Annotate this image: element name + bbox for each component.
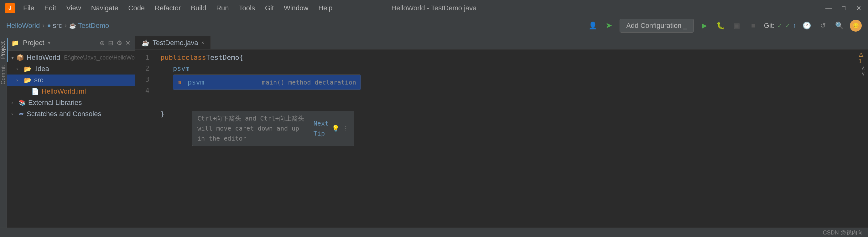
project-panel: 📁 Project ▾ ⊕ ⊟ ⚙ ✕ ▾ 📦 HelloWorld E:\gi… xyxy=(7,35,135,237)
tab-close-button[interactable]: × xyxy=(202,40,204,46)
statusbar: CSDN @视内向 xyxy=(0,228,868,237)
editor-tabs: ☕ TestDemo.java × xyxy=(135,35,868,49)
close-panel-icon[interactable]: ✕ xyxy=(125,39,131,47)
menu-help[interactable]: Help xyxy=(314,3,337,13)
tab-file-icon: ☕ xyxy=(142,39,149,47)
window-title: HelloWorld - TestDemo.java xyxy=(392,4,477,12)
breadcrumb-src[interactable]: ● src xyxy=(47,22,62,30)
tree-item-idea[interactable]: › 📂 .idea xyxy=(7,63,135,74)
menu-code[interactable]: Code xyxy=(124,3,149,13)
tree-item-iml[interactable]: › 📄 HelloWorld.iml xyxy=(7,86,135,97)
main-container: Project Commit ⚙ 📁 Project ▾ ⊕ ⊟ ⚙ ✕ ▾ 📦… xyxy=(0,35,868,237)
tree-folder-icon-src: 📂 xyxy=(24,76,32,84)
settings-icon[interactable]: ⚙ xyxy=(117,39,122,47)
app-icon: J xyxy=(5,3,15,13)
git-check1-icon[interactable]: ✓ xyxy=(777,22,782,29)
git-arrow-up-icon[interactable]: ↑ xyxy=(793,22,796,29)
ac-item-desc: main() method declaration xyxy=(262,77,356,87)
autocomplete-item-psvm[interactable]: m psvm main() method declaration xyxy=(173,75,361,90)
menu-build[interactable]: Build xyxy=(186,3,211,13)
breadcrumb-sep2: › xyxy=(65,22,67,30)
profile-button[interactable]: 👤 xyxy=(587,20,598,31)
line-numbers: 1 2 3 4 xyxy=(135,49,154,237)
close-brace: } xyxy=(160,108,164,119)
tree-label-scratches: Scratches and Consoles xyxy=(27,110,101,118)
tree-arrow-src: › xyxy=(16,77,21,83)
next-tip-link[interactable]: Next Tip xyxy=(314,118,329,138)
menu-navigate[interactable]: Navigate xyxy=(87,3,123,13)
menu-view[interactable]: View xyxy=(62,3,85,13)
tree-arrow-scratches: › xyxy=(11,111,16,117)
tree-label-root: HelloWorld xyxy=(27,54,60,62)
menu-edit[interactable]: Edit xyxy=(40,3,60,13)
tree-label-ext: External Libraries xyxy=(28,99,82,107)
menu-run[interactable]: Run xyxy=(212,3,233,13)
navigate-icon[interactable]: ➤ xyxy=(603,20,615,31)
statusbar-text: CSDN @视内向 xyxy=(823,229,863,236)
menu-file[interactable]: File xyxy=(19,3,38,13)
line-num-2: 2 xyxy=(135,63,149,74)
coverage-button[interactable]: ▣ xyxy=(732,20,743,31)
tree-item-src[interactable]: › 📂 src xyxy=(7,74,135,86)
menu-window[interactable]: Window xyxy=(279,3,313,13)
maximize-button[interactable]: □ xyxy=(839,4,848,12)
locate-icon[interactable]: ⊕ xyxy=(100,39,105,47)
refresh-button[interactable]: ↺ xyxy=(817,20,829,31)
tab-label: TestDemo.java xyxy=(153,39,198,47)
minimize-button[interactable]: — xyxy=(824,4,833,12)
line-num-4: 4 xyxy=(135,85,149,96)
tree-icon-ext: 📚 xyxy=(19,99,26,106)
tree-label-iml: HelloWorld.iml xyxy=(42,87,86,96)
tree-item-scratches[interactable]: › ✏ Scratches and Consoles xyxy=(7,108,135,120)
run-button[interactable]: ▶ xyxy=(699,20,710,31)
project-title: Project xyxy=(23,39,44,47)
menu-tools[interactable]: Tools xyxy=(235,3,259,13)
collapse-icon[interactable]: ⊟ xyxy=(108,39,114,47)
menu-bar: File Edit View Navigate Code Refactor Bu… xyxy=(19,3,337,13)
project-panel-header: 📁 Project ▾ ⊕ ⊟ ⚙ ✕ xyxy=(7,35,135,51)
breadcrumb-file[interactable]: ☕ TestDemo xyxy=(69,22,109,30)
vtab-project[interactable]: Project xyxy=(0,38,8,62)
breadcrumb-sep1: › xyxy=(42,22,44,30)
vtab-commit[interactable]: Commit xyxy=(0,62,7,88)
editor-area: ☕ TestDemo.java × 1 2 3 4 public class T… xyxy=(135,35,868,237)
code-editor[interactable]: public class TestDemo { psvm m psvm main… xyxy=(154,49,859,237)
open-brace: { xyxy=(239,52,243,63)
menu-refactor[interactable]: Refactor xyxy=(150,3,185,13)
user-avatar[interactable]: 😊 xyxy=(850,20,862,32)
titlebar: J File Edit View Navigate Code Refactor … xyxy=(0,0,868,16)
gutter-nav-up[interactable]: ∧ xyxy=(861,65,865,71)
stop-button[interactable]: ■ xyxy=(748,20,759,31)
history-button[interactable]: 🕐 xyxy=(801,20,812,31)
tooltip-text: Ctrl+向下箭头 and Ctrl+向上箭头 will move caret … xyxy=(197,113,310,143)
tree-root-helloworld[interactable]: ▾ 📦 HelloWorld E:\gitee\Java_code\HelloW… xyxy=(7,52,135,63)
breadcrumb-project[interactable]: HelloWorld xyxy=(6,22,40,30)
add-configuration-button[interactable]: Add Configuration _ xyxy=(620,19,693,33)
tree-item-external-libraries[interactable]: › 📚 External Libraries xyxy=(7,97,135,108)
bulb-icon[interactable]: 💡 xyxy=(332,123,340,133)
keyword-class: class xyxy=(185,52,206,63)
toolbar: HelloWorld › ● src › ☕ TestDemo 👤 ➤ Add … xyxy=(0,16,868,35)
tooltip-bar: Ctrl+向下箭头 and Ctrl+向上箭头 will move caret … xyxy=(192,111,354,146)
editor-tab-testdemo[interactable]: ☕ TestDemo.java × xyxy=(135,36,211,49)
search-button[interactable]: 🔍 xyxy=(834,20,845,31)
autocomplete-popup[interactable]: m psvm main() method declaration Ctrl+向下… xyxy=(173,74,361,90)
warning-indicator[interactable]: ⚠ 1 xyxy=(859,52,868,65)
editor-content: 1 2 3 4 public class TestDemo { psvm xyxy=(135,49,868,237)
gutter-nav-down[interactable]: ∨ xyxy=(861,71,865,77)
git-check2-icon[interactable]: ✓ xyxy=(785,22,790,29)
tree-path-root: E:\gitee\Java_code\HelloWorld xyxy=(64,55,135,61)
git-label: Git: xyxy=(764,22,775,30)
titlebar-left: J File Edit View Navigate Code Refactor … xyxy=(5,3,337,13)
line-num-1: 1 xyxy=(135,52,149,63)
debug-button[interactable]: 🐛 xyxy=(715,20,726,31)
tree-folder-icon-root: 📦 xyxy=(16,54,24,61)
menu-git[interactable]: Git xyxy=(260,3,278,13)
tooltip-menu-icon[interactable]: ⋮ xyxy=(343,123,349,133)
tree-arrow-root: ▾ xyxy=(11,55,14,61)
close-button[interactable]: ✕ xyxy=(854,4,863,12)
project-dropdown-icon[interactable]: ▾ xyxy=(48,40,51,46)
project-folder-icon: 📁 xyxy=(11,39,19,47)
project-header-icons: ⊕ ⊟ ⚙ ✕ xyxy=(100,39,131,47)
tree-folder-icon-idea: 📂 xyxy=(24,65,32,73)
